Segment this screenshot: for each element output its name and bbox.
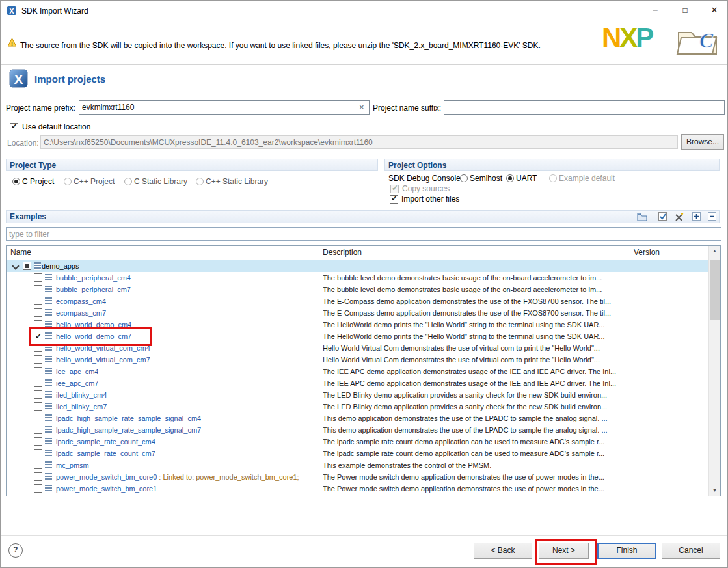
radio-c-project[interactable] [12, 178, 20, 185]
radio-cpp-static-library[interactable] [196, 178, 204, 185]
example-name[interactable]: iee_apc_cm4 [56, 368, 98, 375]
group-checkbox[interactable] [23, 262, 31, 270]
table-row[interactable]: bubble_peripheral_cm7The bubble level de… [7, 284, 710, 295]
prefix-input[interactable] [79, 100, 370, 115]
column-header-name[interactable]: Name [10, 248, 31, 257]
table-row[interactable]: iled_blinky_cm4The LED Blinky demo appli… [7, 389, 710, 401]
table-scrollbar[interactable]: ▲ ▼ [708, 246, 720, 496]
example-checkbox[interactable] [34, 484, 42, 493]
table-row[interactable]: iee_apc_cm7The IEE APC demo application … [7, 377, 710, 389]
select-all-icon[interactable] [658, 211, 668, 222]
open-sdk-folder-icon[interactable] [637, 212, 647, 223]
example-icon [45, 297, 52, 305]
example-checkbox[interactable] [34, 367, 42, 375]
expand-all-icon[interactable] [692, 211, 702, 222]
table-row[interactable]: lpadc_sample_rate_count_cm4The lpadc sam… [7, 436, 710, 448]
example-checkbox[interactable] [34, 426, 42, 434]
group-label: demo_apps [42, 260, 79, 272]
example-checkbox[interactable] [34, 437, 42, 446]
example-description: The HelloWorld demo prints the "Hello Wo… [323, 331, 605, 342]
example-name[interactable]: iled_blinky_cm7 [56, 403, 107, 411]
example-name[interactable]: lpadc_high_sample_rate_sample_signal_cm4 [56, 414, 201, 422]
radio-uart[interactable] [506, 174, 514, 182]
table-row[interactable]: lpadc_high_sample_rate_sample_signal_cm7… [7, 424, 710, 436]
example-name[interactable]: lpadc_sample_rate_count_cm4 [56, 438, 155, 446]
table-row-group[interactable]: demo_apps [7, 260, 710, 272]
example-checkbox[interactable] [34, 390, 42, 399]
example-checkbox[interactable] [34, 461, 42, 469]
table-row[interactable]: power_mode_switch_bm_core0 : Linked to: … [7, 471, 710, 483]
radio-cpp-project[interactable] [64, 178, 72, 185]
example-name[interactable]: iee_apc_cm7 [56, 379, 98, 387]
table-row[interactable]: bubble_peripheral_cm4The bubble level de… [7, 272, 710, 284]
table-row[interactable]: power_mode_switch_bm_core1The Power mode… [7, 483, 710, 494]
window-title: SDK Import Wizard [21, 7, 88, 16]
minimize-button[interactable]: – [640, 1, 670, 20]
project-options-title: Project Options [388, 161, 446, 170]
table-row[interactable]: ecompass_cm4The E-Compass demo applicati… [7, 295, 710, 307]
radio-semihost[interactable] [460, 174, 468, 182]
sdk-debug-console-label: SDK Debug Console [388, 174, 461, 183]
cancel-button[interactable]: Cancel [662, 543, 720, 559]
example-name[interactable]: ecompass_cm7 [56, 309, 106, 317]
table-row[interactable]: mc_pmsmThis example demonstrates the con… [7, 459, 710, 471]
example-checkbox[interactable] [34, 379, 42, 387]
example-description: The bubble level demo demonstrates basic… [323, 272, 602, 284]
example-name[interactable]: power_mode_switch_bm_core1 [56, 485, 157, 493]
example-name[interactable]: power_mode_switch_bm_core0 [56, 473, 157, 481]
example-icon [45, 391, 52, 399]
example-checkbox[interactable] [34, 472, 42, 481]
example-checkbox[interactable] [34, 355, 42, 364]
example-icon [45, 379, 52, 387]
example-name[interactable]: hello_world_virtual_com_cm7 [56, 356, 150, 364]
copy-sources-checkbox [390, 185, 399, 193]
scroll-thumb[interactable] [710, 260, 720, 320]
example-description: The HelloWorld demo prints the "Hello Wo… [323, 319, 605, 331]
table-row[interactable]: iee_apc_cm4The IEE APC demo application … [7, 366, 710, 377]
radio-cpp-project-label: C++ Project [74, 177, 115, 186]
deselect-all-icon[interactable] [674, 212, 684, 223]
example-checkbox[interactable] [34, 402, 42, 411]
collapse-all-icon[interactable] [707, 211, 718, 222]
table-row[interactable]: ecompass_cm7The E-Compass demo applicati… [7, 307, 710, 319]
scroll-up-icon[interactable]: ▲ [709, 246, 720, 256]
example-name[interactable]: mc_pmsm [56, 461, 89, 469]
example-checkbox[interactable] [34, 449, 42, 457]
sdk-import-wizard-window: X SDK Import Wizard – □ ✕ ! The source f… [0, 0, 728, 568]
scroll-down-icon[interactable]: ▼ [709, 485, 720, 496]
table-row[interactable]: lpadc_sample_rate_count_cm7The lpadc sam… [7, 448, 710, 459]
back-button[interactable]: < Back [474, 543, 532, 559]
use-default-location-checkbox[interactable] [10, 123, 18, 131]
example-checkbox[interactable] [34, 308, 42, 317]
example-checkbox[interactable] [34, 285, 42, 293]
example-icon [45, 473, 52, 481]
example-name[interactable]: lpadc_sample_rate_count_cm7 [56, 450, 155, 457]
clear-input-icon[interactable]: × [359, 102, 364, 112]
column-header-description[interactable]: Description [323, 248, 362, 257]
finish-button[interactable]: Finish [597, 543, 656, 559]
example-name[interactable]: ecompass_cm4 [56, 297, 106, 305]
column-header-version[interactable]: Version [634, 248, 660, 257]
footer-separator [1, 535, 727, 536]
radio-c-static-library[interactable] [124, 178, 132, 185]
example-description: The IEE APC demo application demonstrate… [323, 366, 616, 377]
table-row[interactable]: iled_blinky_cm7The LED Blinky demo appli… [7, 401, 710, 412]
examples-filter-input[interactable] [6, 227, 721, 241]
example-name[interactable]: bubble_peripheral_cm4 [56, 274, 131, 282]
table-row[interactable]: lpadc_high_sample_rate_sample_signal_cm4… [7, 412, 710, 424]
page-title: Import projects [34, 74, 105, 85]
browse-button[interactable]: Browse... [681, 134, 724, 150]
example-name[interactable]: lpadc_high_sample_rate_sample_signal_cm7 [56, 426, 201, 434]
suffix-input[interactable] [444, 100, 725, 115]
import-other-files-checkbox[interactable] [390, 195, 398, 204]
example-checkbox[interactable] [34, 273, 42, 282]
table-row[interactable]: hello_world_virtual_com_cm7Hello World V… [7, 354, 710, 366]
example-checkbox[interactable] [34, 297, 42, 305]
close-button[interactable]: ✕ [700, 1, 728, 20]
help-button[interactable]: ? [8, 543, 23, 558]
collapse-arrow-icon[interactable] [12, 262, 19, 269]
example-name[interactable]: bubble_peripheral_cm7 [56, 286, 131, 293]
maximize-button[interactable]: □ [670, 1, 700, 20]
example-name[interactable]: iled_blinky_cm4 [56, 391, 107, 399]
example-checkbox[interactable] [34, 414, 42, 422]
